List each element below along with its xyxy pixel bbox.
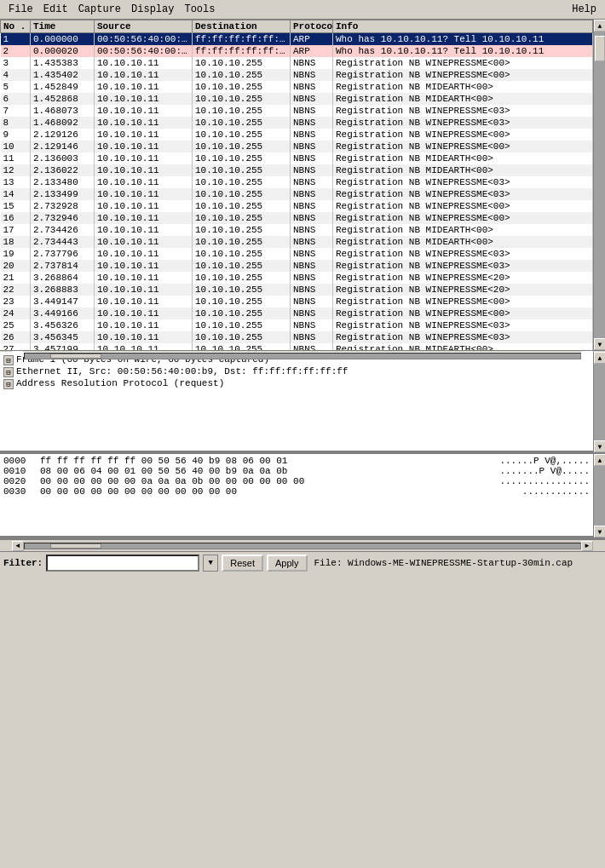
hex-offset: 0030 (3, 486, 33, 497)
filter-input[interactable] (46, 555, 199, 572)
table-cell: 2.133480 (31, 176, 95, 188)
table-row[interactable]: 51.45284910.10.10.1110.10.10.255NBNSRegi… (1, 81, 593, 93)
table-row[interactable]: 202.73781410.10.10.1110.10.10.255NBNSReg… (1, 260, 593, 272)
detail-scrollbar[interactable]: ▲ ▼ (593, 352, 605, 452)
table-cell: ff:ff:ff:ff:ff:ff (193, 33, 291, 46)
packet-table-wrapper[interactable]: No . Time Source Destination Protocol In… (0, 20, 593, 350)
col-header-destination[interactable]: Destination (193, 20, 291, 33)
table-cell: 2.732928 (31, 200, 95, 212)
menu-help[interactable]: Help (567, 2, 602, 17)
table-row[interactable]: 102.12914610.10.10.1110.10.10.255NBNSReg… (1, 141, 593, 152)
detail-item[interactable]: ⊟Ethernet II, Src: 00:50:56:40:00:b9, Ds… (3, 366, 590, 377)
table-header-row: No . Time Source Destination Protocol In… (1, 20, 593, 33)
hex-offset: 0010 (3, 466, 33, 476)
table-row[interactable]: 213.26886410.10.10.1110.10.10.255NBNSReg… (1, 272, 593, 284)
table-cell: 8 (1, 117, 31, 129)
packet-list-scrollbar[interactable]: ▲ ▼ (593, 20, 605, 350)
menu-edit[interactable]: Edit (38, 2, 73, 17)
col-header-time[interactable]: Time (31, 20, 95, 33)
scroll-up-btn[interactable]: ▲ (594, 20, 605, 32)
menu-file[interactable]: File (3, 2, 38, 17)
table-row[interactable]: 192.73779610.10.10.1110.10.10.255NBNSReg… (1, 248, 593, 260)
table-row[interactable]: 152.73292810.10.10.1110.10.10.255NBNSReg… (1, 200, 593, 212)
table-cell: 10.10.10.11 (95, 81, 193, 93)
detail-scroll-track[interactable] (594, 364, 605, 440)
filter-reset-btn[interactable]: Reset (222, 555, 263, 572)
bottom-hscroll-left[interactable]: ◄ (12, 541, 24, 551)
table-row[interactable]: 142.13349910.10.10.1110.10.10.255NBNSReg… (1, 188, 593, 200)
table-row[interactable]: 243.44916610.10.10.1110.10.10.255NBNSReg… (1, 308, 593, 319)
table-cell: 10.10.10.11 (95, 343, 193, 350)
table-cell: 10.10.10.11 (95, 260, 193, 272)
scroll-thumb[interactable] (595, 36, 605, 61)
table-cell: 1.452849 (31, 81, 95, 93)
filter-bar: Filter: ▼ Reset Apply File: Windows-ME-W… (0, 551, 605, 574)
hscroll-track[interactable] (24, 353, 581, 359)
table-row[interactable]: 132.13348010.10.10.1110.10.10.255NBNSReg… (1, 176, 593, 188)
detail-scroll-down[interactable]: ▼ (594, 440, 605, 452)
table-cell: 10.10.10.11 (95, 141, 193, 152)
filter-dropdown-btn[interactable]: ▼ (203, 555, 218, 572)
hex-bytes: 00 00 00 00 00 00 0a 0a 0a 0b 00 00 00 0… (40, 476, 493, 486)
col-header-no[interactable]: No . (1, 20, 31, 33)
detail-scroll-up[interactable]: ▲ (594, 352, 605, 364)
table-cell: 10.10.10.255 (193, 152, 291, 164)
table-row[interactable]: 182.73444310.10.10.1110.10.10.255NBNSReg… (1, 236, 593, 248)
hex-scroll-up[interactable]: ▲ (594, 454, 605, 466)
menu-capture[interactable]: Capture (73, 2, 126, 17)
hex-scrollbar[interactable]: ▲ ▼ (593, 454, 605, 537)
table-cell: 15 (1, 200, 31, 212)
table-cell: ff:ff:ff:ff:ff:ff (193, 45, 291, 57)
table-row[interactable]: 112.13600310.10.10.1110.10.10.255NBNSReg… (1, 152, 593, 164)
hscroll-thumb[interactable] (50, 354, 101, 359)
table-row[interactable]: 162.73294610.10.10.1110.10.10.255NBNSReg… (1, 212, 593, 224)
table-row[interactable]: 31.43538310.10.10.1110.10.10.255NBNSRegi… (1, 57, 593, 69)
table-row[interactable]: 20.00002000:50:56:40:00:b9ff:ff:ff:ff:ff… (1, 45, 593, 57)
bottom-hscroll[interactable]: ◄ ► (0, 539, 605, 551)
table-row[interactable]: 61.45286810.10.10.1110.10.10.255NBNSRegi… (1, 93, 593, 105)
hex-scroll-down[interactable]: ▼ (594, 526, 605, 537)
filter-apply-btn[interactable]: Apply (267, 555, 308, 572)
table-cell: Registration NB WINEPRESSME<00> (333, 200, 593, 212)
table-row[interactable]: 172.73442610.10.10.1110.10.10.255NBNSReg… (1, 224, 593, 236)
hex-scroll-track[interactable] (594, 466, 605, 526)
table-row[interactable]: 263.45634510.10.10.1110.10.10.255NBNSReg… (1, 331, 593, 343)
table-cell: 10.10.10.255 (193, 117, 291, 129)
table-row[interactable]: 253.45632610.10.10.1110.10.10.255NBNSReg… (1, 319, 593, 331)
table-row[interactable]: 81.46809210.10.10.1110.10.10.255NBNSRegi… (1, 117, 593, 129)
table-cell: 10.10.10.255 (193, 296, 291, 308)
hex-ascii: .......P V@..... (499, 466, 590, 476)
hex-line: 002000 00 00 00 00 00 0a 0a 0a 0b 00 00 … (3, 476, 590, 486)
detail-expand-btn[interactable]: ⊟ (3, 355, 14, 365)
table-cell: 10.10.10.255 (193, 81, 291, 93)
bottom-hscroll-track[interactable] (24, 543, 581, 549)
table-row[interactable]: 92.12912610.10.10.1110.10.10.255NBNSRegi… (1, 129, 593, 141)
table-row[interactable]: 41.43540210.10.10.1110.10.10.255NBNSRegi… (1, 69, 593, 81)
table-row[interactable]: 273.45719910.10.10.1110.10.10.255NBNSReg… (1, 343, 593, 350)
menu-display[interactable]: Display (126, 2, 179, 17)
table-row[interactable]: 122.13602210.10.10.1110.10.10.255NBNSReg… (1, 164, 593, 176)
table-cell: NBNS (291, 272, 333, 284)
detail-panel[interactable]: ⊟Frame 1 (60 bytes on wire, 60 bytes cap… (0, 352, 593, 452)
scroll-down-btn[interactable]: ▼ (594, 338, 605, 350)
table-row[interactable]: 223.26888310.10.10.1110.10.10.255NBNSReg… (1, 284, 593, 296)
detail-expand-btn[interactable]: ⊟ (3, 367, 14, 377)
table-cell: 16 (1, 212, 31, 224)
menu-tools[interactable]: Tools (179, 2, 220, 17)
table-row[interactable]: 10.00000000:50:56:40:00:b9ff:ff:ff:ff:ff… (1, 33, 593, 46)
table-row[interactable]: 71.46807310.10.10.1110.10.10.255NBNSRegi… (1, 105, 593, 117)
hex-panel[interactable]: 0000ff ff ff ff ff ff 00 50 56 40 b9 08 … (0, 454, 593, 537)
table-cell: Registration NB WINEPRESSME<03> (333, 331, 593, 343)
bottom-hscroll-right[interactable]: ► (581, 541, 593, 551)
col-header-info[interactable]: Info (333, 20, 593, 33)
col-header-protocol[interactable]: Protocol (291, 20, 333, 33)
table-row[interactable]: 233.44914710.10.10.1110.10.10.255NBNSReg… (1, 296, 593, 308)
bottom-hscroll-thumb[interactable] (50, 543, 101, 549)
col-header-source[interactable]: Source (95, 20, 193, 33)
scroll-track[interactable] (594, 32, 605, 338)
table-cell: 10.10.10.255 (193, 212, 291, 224)
detail-expand-btn[interactable]: ⊟ (3, 379, 14, 389)
table-cell: 10.10.10.11 (95, 212, 193, 224)
detail-item[interactable]: ⊟Address Resolution Protocol (request) (3, 378, 590, 389)
table-cell: 2.136003 (31, 152, 95, 164)
